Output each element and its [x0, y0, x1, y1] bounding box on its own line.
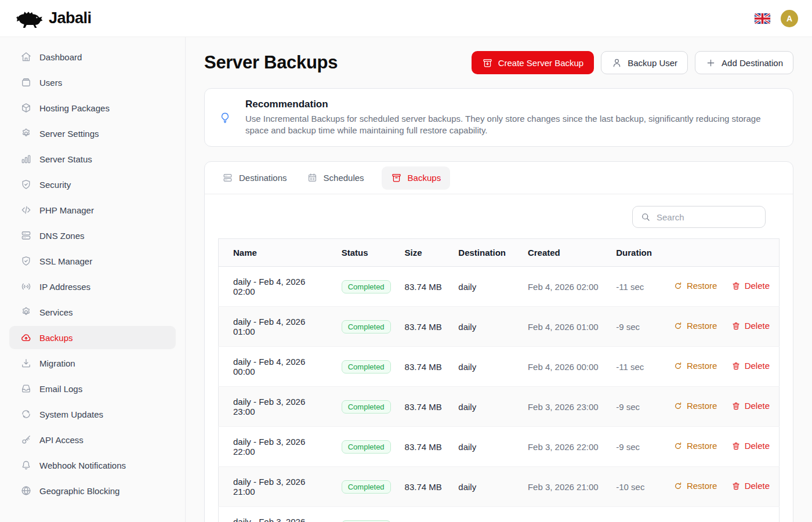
backup-duration: -10 sec	[609, 507, 666, 522]
tab-backups[interactable]: Backups	[382, 166, 451, 190]
sidebar-item-server-status[interactable]: Server Status	[9, 147, 176, 171]
backup-destination: daily	[451, 507, 521, 522]
backup-size: 83.74 MB	[398, 307, 452, 347]
tab-schedules[interactable]: Schedules	[304, 166, 367, 190]
restore-button[interactable]: Restore	[673, 281, 717, 291]
sidebar-item-system-updates[interactable]: System Updates	[9, 403, 176, 426]
backup-user-button[interactable]: Backup User	[601, 51, 688, 74]
delete-button[interactable]: Delete	[731, 321, 770, 331]
sidebar-item-geographic-blocking[interactable]: Geographic Blocking	[9, 479, 176, 502]
column-header-created: Created	[521, 239, 609, 267]
archive-box-icon	[20, 77, 32, 88]
button-label: Backup User	[628, 58, 677, 68]
backup-destination: daily	[451, 387, 521, 427]
language-flag-icon[interactable]	[755, 13, 770, 24]
status-badge: Completed	[342, 320, 391, 334]
status-badge: Completed	[342, 360, 391, 374]
column-header-destination: Destination	[451, 239, 521, 267]
recommendation-title: Recommendation	[245, 99, 779, 110]
bell-icon	[20, 459, 32, 471]
restore-icon	[673, 281, 683, 291]
restore-button[interactable]: Restore	[673, 361, 717, 371]
backup-created: Feb 4, 2026 02:00	[521, 267, 609, 307]
search-input[interactable]	[657, 212, 757, 222]
restore-button[interactable]: Restore	[673, 441, 717, 451]
backup-name: daily - Feb 3, 2026 21:00	[219, 467, 335, 507]
backup-size: 83.74 MB	[398, 427, 452, 467]
sidebar-item-ip-addresses[interactable]: IP Addresses	[9, 275, 176, 298]
backups-table: Name Status Size Destination Created Dur…	[218, 238, 780, 522]
sidebar: Dashboard Users Hosting Packages Server …	[0, 37, 186, 522]
backup-created: Feb 4, 2026 01:00	[521, 307, 609, 347]
recommendation-card: Recommendation Use Incremental Backups f…	[204, 88, 793, 147]
top-header: Jabali A	[0, 0, 812, 37]
sidebar-item-hosting-packages[interactable]: Hosting Packages	[9, 96, 176, 119]
home-icon	[20, 51, 32, 63]
sidebar-item-label: PHP Manager	[39, 205, 94, 215]
delete-button[interactable]: Delete	[731, 361, 770, 371]
status-badge: Completed	[342, 440, 391, 454]
sidebar-item-label: API Access	[39, 435, 84, 445]
sidebar-item-services[interactable]: Services	[9, 300, 176, 324]
status-badge: Completed	[342, 520, 391, 522]
add-destination-button[interactable]: Add Destination	[695, 51, 793, 74]
create-server-backup-button[interactable]: Create Server Backup	[472, 51, 594, 74]
restore-icon	[673, 361, 683, 371]
sidebar-item-ssl-manager[interactable]: SSL Manager	[9, 249, 176, 273]
sidebar-item-label: Webhook Notifications	[39, 461, 126, 470]
column-header-name: Name	[219, 239, 335, 267]
trash-icon	[731, 281, 741, 291]
sidebar-item-server-settings[interactable]: Server Settings	[9, 122, 176, 145]
sidebar-item-email-logs[interactable]: Email Logs	[9, 377, 176, 400]
backup-duration: -10 sec	[609, 467, 666, 507]
archive-box-icon	[391, 172, 402, 183]
status-badge: Completed	[342, 280, 391, 293]
sidebar-item-php-manager[interactable]: PHP Manager	[9, 198, 176, 222]
sidebar-item-dns-zones[interactable]: DNS Zones	[9, 224, 176, 247]
sidebar-item-backups[interactable]: Backups	[9, 326, 176, 349]
backup-destination: daily	[451, 467, 521, 507]
inbox-icon	[20, 383, 32, 394]
delete-button[interactable]: Delete	[731, 481, 770, 491]
sidebar-item-label: Dashboard	[39, 52, 82, 62]
download-tray-icon	[20, 357, 32, 369]
delete-button[interactable]: Delete	[731, 401, 770, 411]
tab-destinations[interactable]: Destinations	[220, 166, 289, 190]
restore-button[interactable]: Restore	[673, 321, 717, 331]
backup-name: daily - Feb 3, 2026 20:00	[219, 507, 335, 522]
table-row: daily - Feb 3, 2026 20:00 Completed 83.7…	[219, 507, 780, 522]
sidebar-item-dashboard[interactable]: Dashboard	[9, 45, 176, 68]
button-label: Create Server Backup	[498, 58, 584, 68]
delete-button[interactable]: Delete	[731, 441, 770, 451]
button-label: Add Destination	[722, 58, 783, 68]
backup-created: Feb 3, 2026 22:00	[521, 427, 609, 467]
sidebar-item-migration[interactable]: Migration	[9, 351, 176, 375]
restore-button[interactable]: Restore	[673, 401, 717, 411]
sidebar-item-label: Services	[39, 307, 73, 317]
restore-button[interactable]: Restore	[673, 481, 717, 491]
brand[interactable]: Jabali	[14, 8, 92, 29]
trash-icon	[731, 441, 741, 451]
delete-button[interactable]: Delete	[731, 281, 770, 291]
archive-arrow-down-icon	[482, 57, 493, 68]
sidebar-item-webhook-notifications[interactable]: Webhook Notifications	[9, 454, 176, 477]
lightbulb-icon	[219, 111, 231, 124]
table-header-row: Name Status Size Destination Created Dur…	[219, 239, 780, 267]
sidebar-item-label: Email Logs	[39, 384, 82, 394]
column-header-actions	[666, 239, 780, 267]
key-icon	[20, 434, 32, 445]
column-header-size: Size	[398, 239, 452, 267]
user-avatar[interactable]: A	[781, 10, 798, 27]
search-icon	[640, 212, 651, 222]
calendar-icon	[307, 172, 318, 183]
backup-duration: -9 sec	[609, 427, 666, 467]
column-header-status: Status	[335, 239, 398, 267]
sidebar-item-security[interactable]: Security	[9, 173, 176, 196]
restore-icon	[673, 321, 683, 331]
tab-label: Backups	[408, 173, 441, 183]
sidebar-item-users[interactable]: Users	[9, 71, 176, 94]
sidebar-item-label: Users	[39, 78, 62, 88]
sidebar-item-label: System Updates	[39, 409, 103, 419]
sidebar-item-api-access[interactable]: API Access	[9, 428, 176, 451]
trash-icon	[731, 401, 741, 411]
